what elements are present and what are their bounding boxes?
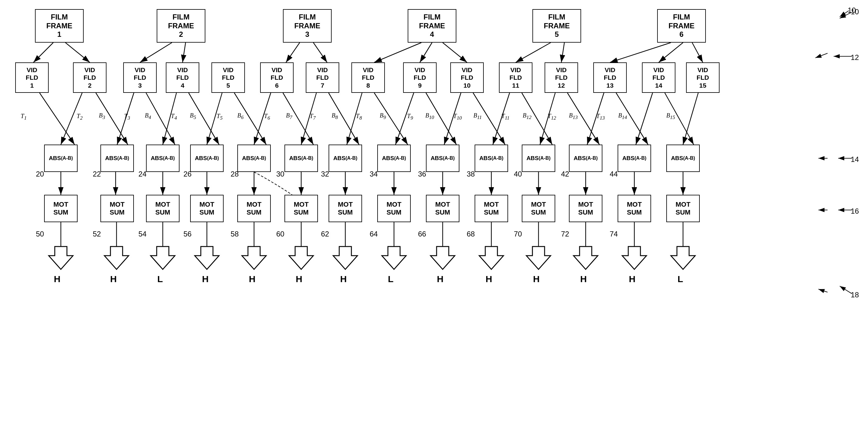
- mot-sum-7: MOTSUM: [329, 195, 362, 222]
- svg-marker-67: [289, 247, 313, 269]
- svg-line-3: [140, 42, 172, 62]
- svg-line-95: [840, 286, 852, 294]
- ref-16-label: 16: [851, 207, 859, 215]
- output-14: L: [678, 274, 683, 284]
- hollow-arrow-8: [382, 247, 406, 269]
- hollow-arrow-6: [289, 247, 313, 269]
- diagram-container: 10: [0, 0, 868, 434]
- output-6: H: [296, 274, 302, 284]
- ref-66: 66: [418, 230, 426, 238]
- svg-line-11: [561, 42, 564, 62]
- hollow-arrow-4: [195, 247, 219, 269]
- output-3: L: [157, 274, 163, 284]
- hollow-arrow-12: [574, 247, 598, 269]
- ref-22: 22: [93, 170, 101, 178]
- t4-label: T4: [171, 113, 177, 121]
- ref-68: 68: [467, 230, 475, 238]
- t5-label: T5: [217, 113, 222, 121]
- output-12: H: [580, 274, 587, 284]
- b7-label: B7: [286, 112, 292, 121]
- mot-sum-8: MOTSUM: [377, 195, 411, 222]
- ref-70: 70: [514, 230, 522, 238]
- output-8: L: [388, 274, 393, 284]
- film-frame-1: FILMFRAME1: [35, 9, 84, 42]
- svg-line-13: [659, 42, 683, 62]
- output-7: H: [340, 274, 347, 284]
- hollow-arrow-3: [151, 247, 175, 269]
- svg-line-29: [374, 93, 408, 145]
- b12-label: B12: [523, 112, 531, 121]
- ref-40: 40: [514, 170, 522, 178]
- svg-line-42: [683, 93, 698, 145]
- hollow-arrow-2: [104, 247, 129, 269]
- mot-sum-12: MOTSUM: [569, 195, 602, 222]
- vid-field-4: VIDFLD4: [166, 62, 199, 93]
- svg-line-5: [286, 42, 300, 62]
- ref-64: 64: [370, 230, 378, 238]
- svg-line-1: [33, 42, 53, 62]
- svg-marker-73: [574, 247, 598, 269]
- abs-box-12: ABS(A-B): [569, 145, 602, 172]
- mot-sum-9: MOTSUM: [426, 195, 459, 222]
- svg-line-7: [374, 42, 422, 62]
- abs-box-11: ABS(A-B): [522, 145, 555, 172]
- ref-50: 50: [36, 230, 44, 238]
- hollow-arrow-9: [431, 247, 455, 269]
- vid-field-12: VIDFLD12: [545, 62, 578, 93]
- vid-field-6: VIDFLD6: [260, 62, 293, 93]
- hollow-arrow-13: [622, 247, 647, 269]
- t9-label: T9: [407, 113, 413, 121]
- ref-26: 26: [183, 170, 192, 178]
- mot-sum-2: MOTSUM: [100, 195, 134, 222]
- svg-line-6: [313, 42, 327, 62]
- ref-74: 74: [610, 230, 618, 238]
- abs-box-9: ABS(A-B): [426, 145, 459, 172]
- svg-line-4: [183, 42, 186, 62]
- t13-label: T13: [596, 113, 605, 121]
- ref-18-label: 18: [851, 291, 859, 299]
- mot-sum-11: MOTSUM: [522, 195, 555, 222]
- hollow-arrow-7: [333, 247, 358, 269]
- svg-line-40: [636, 93, 653, 145]
- svg-marker-69: [382, 247, 406, 269]
- svg-marker-72: [526, 247, 551, 269]
- ref-10-label: 10: [851, 8, 859, 16]
- t12-label: T12: [548, 113, 556, 121]
- vid-field-1: VIDFLD1: [15, 62, 49, 93]
- mot-sum-3: MOTSUM: [146, 195, 180, 222]
- output-11: H: [533, 274, 540, 284]
- svg-line-15: [39, 93, 74, 145]
- output-5: H: [249, 274, 255, 284]
- svg-marker-71: [479, 247, 503, 269]
- ref-32: 32: [321, 170, 329, 178]
- ref-72: 72: [561, 230, 569, 238]
- output-2: H: [110, 274, 117, 284]
- abs-box-13: ABS(A-B): [618, 145, 651, 172]
- ref-34: 34: [370, 170, 378, 178]
- abs-box-8: ABS(A-B): [377, 145, 411, 172]
- mot-sum-5: MOTSUM: [237, 195, 271, 222]
- ref-14-label: 14: [851, 155, 859, 164]
- svg-marker-63: [104, 247, 129, 269]
- vid-field-2: VIDFLD2: [73, 62, 106, 93]
- output-9: H: [437, 274, 443, 284]
- svg-line-2: [65, 42, 90, 62]
- hollow-arrow-10: [479, 247, 503, 269]
- vid-field-11: VIDFLD11: [499, 62, 532, 93]
- svg-marker-68: [333, 247, 358, 269]
- abs-box-14: ABS(A-B): [666, 145, 700, 172]
- t2-label: T2: [77, 113, 83, 121]
- t10-label: T10: [453, 113, 462, 121]
- output-1: H: [54, 274, 61, 284]
- film-frame-4: FILMFRAME4: [408, 9, 456, 42]
- svg-marker-62: [49, 247, 73, 269]
- t8-label: T8: [356, 113, 362, 121]
- hollow-arrow-5: [242, 247, 266, 269]
- ref-60: 60: [276, 230, 284, 238]
- b14-label: B14: [618, 112, 627, 121]
- ref-24: 24: [138, 170, 147, 178]
- ref-42: 42: [561, 170, 569, 178]
- abs-box-7: ABS(A-B): [329, 145, 362, 172]
- vid-field-7: VIDFLD7: [306, 62, 339, 93]
- hollow-arrow-1: [49, 247, 73, 269]
